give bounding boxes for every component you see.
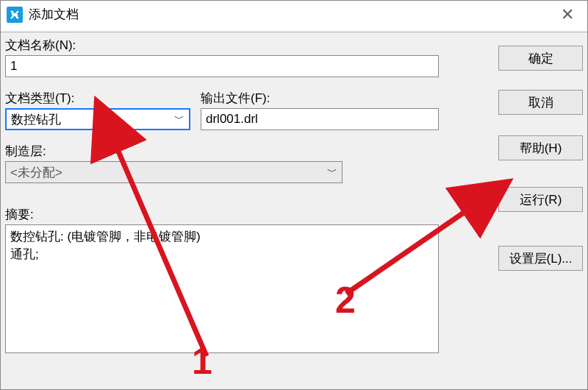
- mfg-layer-label: 制造层:: [5, 143, 343, 160]
- summary-textarea[interactable]: [5, 224, 439, 353]
- doc-name-input[interactable]: [5, 55, 439, 77]
- dialog-window: 添加文档 ✕ 文档名称(N): 文档类型(T): 数控钻孔 ﹀ 输出文件(F):…: [0, 0, 588, 390]
- output-file-label: 输出文件(F):: [201, 90, 439, 107]
- doc-type-label: 文档类型(T):: [5, 90, 190, 107]
- ok-button[interactable]: 确定: [498, 46, 583, 71]
- chevron-down-icon: ﹀: [327, 166, 337, 179]
- run-button[interactable]: 运行(R): [498, 187, 583, 212]
- close-icon[interactable]: ✕: [553, 5, 581, 24]
- titlebar: 添加文档 ✕: [1, 1, 587, 29]
- mfg-layer-select[interactable]: <未分配> ﹀: [5, 161, 343, 183]
- app-icon: [7, 7, 23, 23]
- output-file-input[interactable]: [201, 108, 439, 130]
- window-title: 添加文档: [29, 6, 553, 23]
- doc-type-select[interactable]: 数控钻孔 ﹀: [5, 108, 190, 130]
- mfg-layer-value: <未分配>: [10, 164, 62, 181]
- help-button[interactable]: 帮助(H): [498, 135, 583, 160]
- doc-type-value: 数控钻孔: [11, 111, 61, 128]
- doc-name-label: 文档名称(N):: [5, 37, 439, 54]
- set-layer-button[interactable]: 设置层(L)...: [498, 246, 583, 271]
- cancel-button[interactable]: 取消: [498, 90, 583, 115]
- chevron-down-icon: ﹀: [174, 113, 184, 126]
- summary-label: 摘要:: [5, 206, 439, 223]
- content-area: 文档名称(N): 文档类型(T): 数控钻孔 ﹀ 输出文件(F): 制造层: <…: [1, 32, 587, 389]
